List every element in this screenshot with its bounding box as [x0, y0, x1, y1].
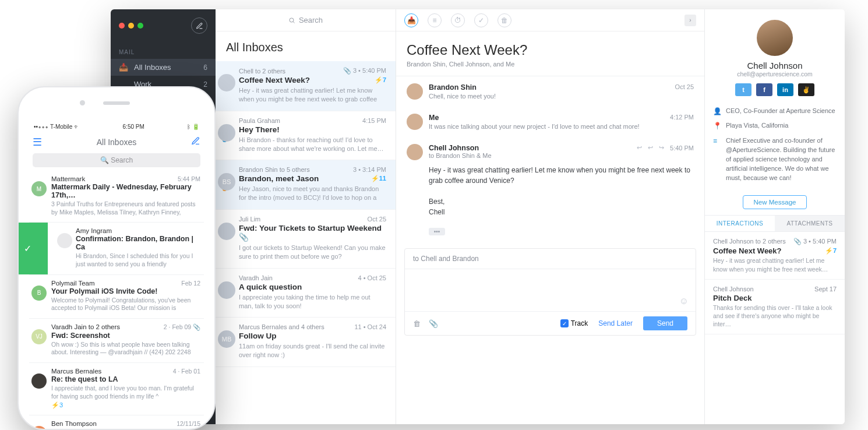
search-input[interactable]: Search [216, 9, 396, 31]
reply-all-icon[interactable]: ↩ [648, 144, 653, 151]
interaction-item[interactable]: Chell JohnsonSept 17 Pitch Deck Thanks f… [705, 280, 845, 335]
profile-bio: Chief Executive and co-founder of @Apert… [726, 136, 837, 183]
avatar: VJ [31, 329, 47, 344]
avatar [407, 83, 423, 100]
message: Chell Johnsonto Brandon Shin & Me ↩↩↪5:4… [396, 137, 704, 224]
email-list-item[interactable]: Paula Graham 4:15 PM Hey There! Hi Brand… [216, 111, 396, 161]
done-icon[interactable]: ✓ [474, 13, 488, 27]
compose-icon[interactable] [191, 136, 200, 149]
avatar [218, 124, 235, 142]
email-list-pane: Search All Inboxes Chell to 2 others📎 3 … [216, 9, 396, 424]
avatar: BT [31, 426, 47, 430]
send-later-button[interactable]: Send Later [598, 319, 633, 327]
status-bar: ••∘∘∘T-Mobileᯤ 6:50 PM ᛒ🔋 [29, 121, 204, 132]
new-message-button[interactable]: New Message [743, 195, 807, 209]
avatar: B [31, 286, 47, 301]
reply-icon[interactable]: ↩ [637, 144, 642, 151]
composer: to Chell and Brandon ☺ 🗑 📎 ✓Track Send L… [404, 248, 696, 336]
avatar: M [31, 181, 47, 196]
track-toggle[interactable]: ✓Track [560, 319, 588, 328]
interaction-item[interactable]: Chell Johnson to 2 others📎 3 • 5:40 PM C… [705, 232, 845, 279]
avatar [407, 144, 423, 160]
swipe-done-icon[interactable]: ✓ [17, 223, 48, 274]
mobile-email-item[interactable]: B Polymail TeamFeb 12 Your Polymail iOS … [29, 275, 204, 319]
mobile-email-item[interactable]: Marcus Bernales4 · Feb 01 Re: the quest … [29, 363, 204, 415]
tab-attachments[interactable]: ATTACHMENTS [775, 216, 845, 231]
email-list-item[interactable]: BS Brandon Shin to 5 others 3 • 3:14 PM … [216, 160, 396, 210]
wifi-icon: ᯤ [74, 124, 80, 130]
compose-to-field[interactable]: to Chell and Brandon [405, 249, 696, 269]
attachment-icon[interactable]: 📎 [429, 319, 438, 328]
facebook-icon[interactable]: f [756, 83, 772, 96]
mobile-preview: ••∘∘∘T-Mobileᯤ 6:50 PM ᛒ🔋 ☰ All Inboxes … [17, 86, 216, 430]
inbox-icon: 📥 [119, 63, 128, 72]
mobile-email-item[interactable]: ✓ Amy Ingram Confirmation: Brandon, Bran… [29, 223, 204, 274]
profile-email: chell@aperturescience.com [713, 71, 837, 77]
avatar [31, 373, 47, 389]
mobile-email-item[interactable]: BT Ben Thompson12/11/15 Atlassian's IPO,… [29, 415, 204, 430]
location-icon: 📍 [713, 121, 721, 131]
maximize-window-icon[interactable] [137, 23, 143, 29]
search-icon [288, 17, 295, 24]
expand-quote-icon[interactable]: ••• [429, 228, 445, 235]
twitter-icon[interactable]: t [735, 83, 751, 96]
close-window-icon[interactable] [119, 23, 125, 29]
mobile-email-item[interactable]: VJ Varadh Jain to 2 others2 · Feb 09 📎 F… [29, 319, 204, 363]
sidebar-item-label: All Inboxes [134, 63, 171, 72]
sidebar-section-mail: MAIL [111, 34, 216, 59]
avatar [218, 74, 235, 91]
forward-icon[interactable]: ↪ [659, 144, 664, 151]
compose-button[interactable] [191, 17, 207, 34]
conversation-participants: Brandon Shin, Chell Johnson, and Me [396, 61, 704, 76]
email-list-item[interactable]: Juli Lim Oct 25 Fwd: Your Tickets to Sta… [216, 210, 396, 269]
bluetooth-icon: ᛒ [187, 124, 190, 130]
email-list-item[interactable]: Varadh Jain 4 • Oct 25 A quick question … [216, 269, 396, 318]
window-controls [111, 9, 216, 34]
mobile-title: All Inboxes [97, 138, 136, 147]
snooze-icon[interactable]: ⏱ [451, 13, 465, 27]
trash-icon[interactable]: 🗑 [497, 13, 511, 27]
emoji-icon[interactable]: ☺ [679, 296, 689, 306]
conversation-pane: 📥 ≡ ⏱ ✓ 🗑 › Coffee Next Week? Brandon Sh… [396, 9, 705, 424]
tab-interactions[interactable]: INTERACTIONS [705, 216, 775, 231]
person-icon: 👤 [713, 107, 721, 117]
avatar: MB [218, 330, 235, 348]
menu-icon[interactable]: ☰ [33, 136, 42, 149]
archive-icon[interactable]: 📥 [404, 13, 418, 27]
profile-role: CEO, Co-Founder at Aperture Science [726, 107, 835, 117]
avatar [57, 233, 72, 248]
sidebar-count: 2 [203, 80, 207, 89]
profile-location: Playa Vista, California [726, 121, 788, 131]
linkedin-icon[interactable]: in [777, 83, 793, 96]
battery-icon: 🔋 [192, 124, 199, 130]
expand-sidebar-icon[interactable]: › [684, 15, 696, 26]
bio-icon: ≡ [713, 136, 721, 183]
angellist-icon[interactable]: ✌ [798, 83, 814, 96]
mobile-email-item[interactable]: M Mattermark5:44 PM Mattermark Daily - W… [29, 171, 204, 223]
list-icon[interactable]: ≡ [428, 13, 442, 27]
mobile-search-input[interactable]: 🔍 Search [33, 153, 200, 167]
list-title: All Inboxes [216, 31, 396, 61]
profile-pane: Chell Johnson chell@aperturescience.com … [705, 9, 845, 424]
email-list-item[interactable]: Chell to 2 others📎 3 • 5:40 PM Coffee Ne… [216, 61, 396, 111]
sidebar-count: 6 [203, 64, 207, 72]
message: Brandon Shin Oct 25 Chell, nice to meet … [396, 76, 704, 107]
send-button[interactable]: Send [643, 316, 687, 330]
email-list-item[interactable]: MB Marcus Bernales and 4 others 11 • Oct… [216, 318, 396, 367]
avatar [407, 114, 423, 130]
message: Me 4:12 PM It was nice talking about you… [396, 107, 704, 137]
minimize-window-icon[interactable] [128, 23, 134, 29]
compose-body[interactable]: ☺ [405, 269, 696, 311]
svg-point-0 [290, 18, 294, 22]
conversation-title: Coffee Next Week? [396, 31, 704, 61]
delete-draft-icon[interactable]: 🗑 [413, 319, 421, 328]
avatar: BS [218, 173, 235, 191]
avatar [218, 223, 235, 240]
conversation-toolbar: 📥 ≡ ⏱ ✓ 🗑 › [396, 9, 704, 31]
avatar [218, 281, 235, 299]
sidebar-item-all-inboxes[interactable]: 📥 All Inboxes 6 [111, 59, 216, 76]
profile-avatar [757, 20, 793, 56]
profile-name: Chell Johnson [713, 61, 837, 71]
